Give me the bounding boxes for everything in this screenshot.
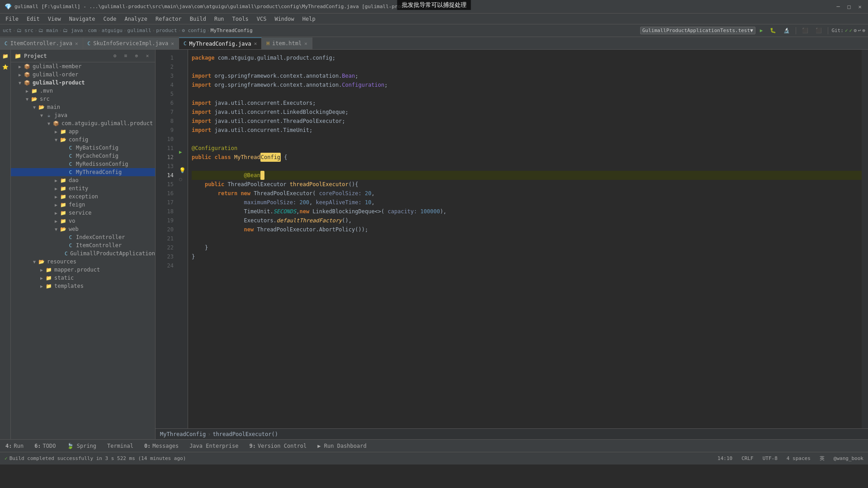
run-button[interactable]: ▶ xyxy=(757,27,766,34)
code-editor[interactable]: 1 2 3 4 5 6 7 8 9 10 11 12 13 14 15 16 1… xyxy=(156,50,868,428)
tab-messages[interactable]: 0: Messages xyxy=(141,442,182,450)
code-line-8: import java.util.concurrent.ThreadPoolEx… xyxy=(192,117,862,126)
close-icon[interactable]: ✕ xyxy=(304,41,307,47)
close-icon[interactable]: ✕ xyxy=(75,41,78,47)
tree-node-entity[interactable]: ▶ 📁 entity xyxy=(11,184,155,192)
tree-node-member[interactable]: ▶ 📦 gulimall-member xyxy=(11,62,155,70)
tree-node-mythreadconfig[interactable]: ▶ C MyThreadConfig xyxy=(11,168,155,176)
line-num-15: 15 xyxy=(156,180,177,189)
tab-todo[interactable]: 6: TODO xyxy=(31,442,59,450)
tree-close-icon[interactable]: ✕ xyxy=(143,52,151,60)
folder-icon: 📁 xyxy=(60,194,67,200)
tree-node-mycacheconfig[interactable]: ▶ C MyCacheConfig xyxy=(11,152,155,160)
menu-run[interactable]: Run xyxy=(211,15,228,23)
tab-terminal[interactable]: Terminal xyxy=(104,442,137,450)
project-tree[interactable]: 📁 Project ⚙ ≡ ⊕ ✕ ▶ 📦 gulimall-member ▶ … xyxy=(11,50,156,439)
close-icon[interactable]: ✕ xyxy=(254,41,257,47)
tree-node-service[interactable]: ▶ 📁 service xyxy=(11,209,155,217)
minimize-button[interactable]: ─ xyxy=(835,3,842,10)
tree-node-product[interactable]: ▼ 📦 gulimall-product xyxy=(11,79,155,87)
tree-settings-icon[interactable]: ⚙ xyxy=(111,52,119,60)
tab-itemcontroller[interactable]: C ItemController.java ✕ xyxy=(0,38,83,49)
tree-label: ItemController xyxy=(76,242,122,249)
menu-analyze[interactable]: Analyze xyxy=(121,15,151,23)
git-more: ⊕ xyxy=(862,28,865,33)
tree-label: app xyxy=(69,128,79,135)
tree-collapse-icon[interactable]: ≡ xyxy=(122,52,130,60)
tree-node-web[interactable]: ▼ 📂 web xyxy=(11,225,155,233)
tree-node-exception[interactable]: ▶ 📁 exception xyxy=(11,192,155,201)
tree-node-vo[interactable]: ▶ 📁 vo xyxy=(11,217,155,225)
method-gutter-icon: ○ xyxy=(179,176,182,182)
arrow-icon: ▶ xyxy=(52,219,60,224)
cursor-block xyxy=(260,171,264,180)
tab-version-control[interactable]: 9: Version Control xyxy=(246,442,311,450)
coverage-button[interactable]: 🔬 xyxy=(781,27,793,34)
tree-node-com[interactable]: ▼ 📦 com.atguigu.gulimall.product xyxy=(11,119,155,127)
tab-java-enterprise[interactable]: Java Enterprise xyxy=(186,442,242,450)
tree-node-src[interactable]: ▼ 📂 src xyxy=(11,95,155,103)
window-controls[interactable]: ─ □ ✕ xyxy=(835,3,863,10)
lightbulb-icon[interactable]: 💡 xyxy=(188,162,189,171)
line-num-21: 21 xyxy=(156,234,177,243)
tree-node-mapper[interactable]: ▶ 📁 mapper.product xyxy=(11,266,155,274)
tree-node-dao[interactable]: ▶ 📁 dao xyxy=(11,176,155,184)
tree-node-static[interactable]: ▶ 📁 static xyxy=(11,274,155,282)
arrow-icon: ▼ xyxy=(52,137,60,142)
tree-node-feign[interactable]: ▶ 📁 feign xyxy=(11,201,155,209)
java-class-icon: C xyxy=(67,161,74,167)
menu-navigate[interactable]: Navigate xyxy=(66,15,99,23)
arrow-icon: ▼ xyxy=(16,80,24,85)
resume-button[interactable]: ⬛ xyxy=(813,27,825,34)
tree-node-mybatisconfig[interactable]: ▶ C MyBatisConfig xyxy=(11,144,155,152)
tab-skuinfoserviceimpl[interactable]: C SkuInfoServiceImpl.java ✕ xyxy=(83,38,179,49)
java-icon: C xyxy=(5,41,8,47)
menu-vcs[interactable]: VCS xyxy=(253,15,270,23)
run-config-selector[interactable]: GulimallProductApplicationTests.test ▼ xyxy=(640,27,755,34)
line-num-9: 9 xyxy=(156,126,177,135)
tree-node-main[interactable]: ▼ 📂 main xyxy=(11,103,155,111)
menu-edit[interactable]: Edit xyxy=(23,15,43,23)
tree-node-java[interactable]: ▼ ☕ java xyxy=(11,111,155,119)
folder-icon: 📁 xyxy=(60,178,67,183)
menu-view[interactable]: View xyxy=(44,15,65,23)
menu-file[interactable]: File xyxy=(2,15,22,23)
tree-node-application[interactable]: ▶ C GulimallProductApplication xyxy=(11,249,155,258)
tree-node-myredissonconfig[interactable]: ▶ C MyRedissonConfig xyxy=(11,160,155,168)
tab-run-dashboard[interactable]: ▶ Run Dashboard xyxy=(314,442,370,450)
debug-button[interactable]: 🐛 xyxy=(767,27,779,34)
menu-tools[interactable]: Tools xyxy=(229,15,252,23)
menu-code[interactable]: Code xyxy=(100,15,120,23)
side-fav-icon[interactable]: ⭐ xyxy=(1,62,10,71)
tree-label: .mvn xyxy=(40,88,53,94)
tree-node-resources[interactable]: ▼ 📂 resources xyxy=(11,258,155,266)
maximize-button[interactable]: □ xyxy=(845,3,853,10)
menu-help[interactable]: Help xyxy=(299,15,319,23)
close-button[interactable]: ✕ xyxy=(856,3,863,10)
tab-itemhtml[interactable]: H item.html ✕ xyxy=(262,38,312,49)
arrow-icon: ▼ xyxy=(31,105,38,110)
menu-build[interactable]: Build xyxy=(186,15,210,23)
tree-node-order[interactable]: ▶ 📦 gulimall-order xyxy=(11,70,155,79)
menu-refactor[interactable]: Refactor xyxy=(152,15,185,23)
stop-button[interactable]: ⬛ xyxy=(799,27,811,34)
tree-node-indexcontroller[interactable]: ▶ C IndexController xyxy=(11,233,155,241)
git-checkmark-2: ✓ xyxy=(849,28,853,33)
tree-node-itemcontroller[interactable]: ▶ C ItemController xyxy=(11,241,155,249)
tab-spring[interactable]: 🍃 Spring xyxy=(63,442,100,450)
tree-node-templates[interactable]: ▶ 📁 templates xyxy=(11,282,155,290)
side-project-icon[interactable]: 📁 xyxy=(1,52,10,61)
run-gutter-icon[interactable]: ▶ xyxy=(179,149,182,155)
tab-run[interactable]: 4: Run xyxy=(2,442,27,450)
line-num-22: 22 xyxy=(156,243,177,252)
tab-mythreadconfig[interactable]: C MyThreadConfig.java ✕ xyxy=(179,38,262,49)
menu-window[interactable]: Window xyxy=(271,15,297,23)
tree-node-app[interactable]: ▶ 📁 app xyxy=(11,127,155,136)
close-icon[interactable]: ✕ xyxy=(171,41,174,47)
run-toolbar: uct › 🗂 src › 🗂 main › 🗂 java › com › at… xyxy=(0,24,868,37)
tree-node-config[interactable]: ▼ 📂 config xyxy=(11,136,155,144)
tree-node-mvn[interactable]: ▶ 📁 .mvn xyxy=(11,87,155,95)
tree-more-icon[interactable]: ⊕ xyxy=(132,52,141,60)
module-icon: 📦 xyxy=(24,72,31,78)
code-content[interactable]: package com.atguigu.gulimall.product.con… xyxy=(188,50,862,428)
